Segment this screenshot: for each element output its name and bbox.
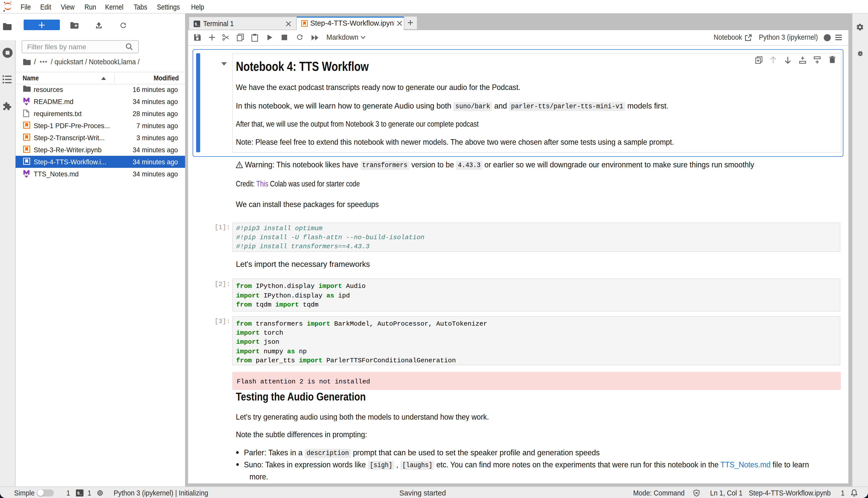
svg-text:$_: $_ [77, 491, 82, 496]
svg-text:$_: $_ [195, 22, 200, 26]
